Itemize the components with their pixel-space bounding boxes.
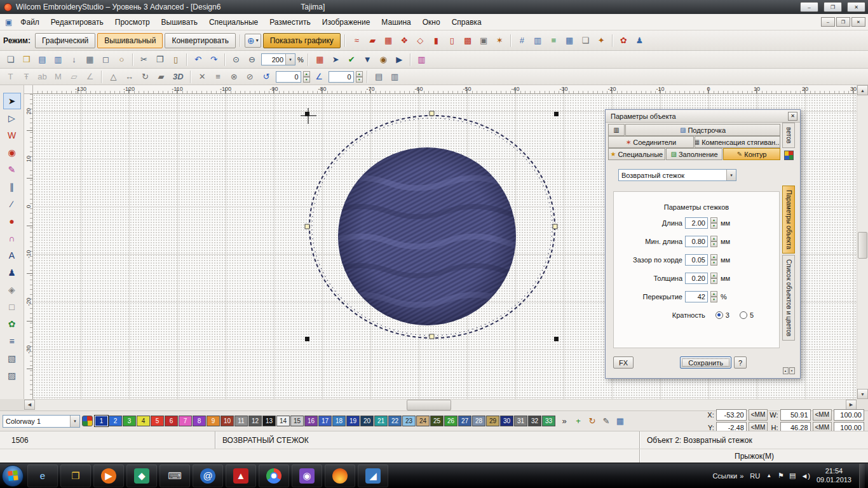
photos-icon[interactable]: ◢ bbox=[358, 464, 388, 487]
show-graphics-button[interactable]: Показать графику bbox=[263, 33, 341, 48]
spin-up-icon[interactable]: ▲ bbox=[710, 217, 717, 223]
close-button[interactable]: ✕ bbox=[847, 2, 865, 12]
redo-icon[interactable]: ↷ bbox=[207, 52, 221, 67]
palette-icon[interactable] bbox=[784, 151, 794, 160]
color-swatch[interactable]: 16 bbox=[304, 416, 318, 426]
minimize-button[interactable]: – bbox=[800, 2, 818, 12]
spin-down-icon[interactable]: ▼ bbox=[710, 223, 717, 229]
color-swatch[interactable]: 4 bbox=[137, 416, 150, 426]
show-desktop-button[interactable] bbox=[859, 464, 865, 488]
slant-angle-field[interactable]: 0 bbox=[329, 71, 354, 83]
color-swatch[interactable]: 27 bbox=[458, 416, 471, 426]
outline-shape-tool[interactable]: □ bbox=[3, 299, 21, 315]
tab-underlay-icon-only[interactable]: ▥ bbox=[608, 124, 625, 136]
stitch-player-icon[interactable]: ▶ bbox=[392, 52, 407, 67]
color-swatch[interactable]: 14 bbox=[276, 416, 290, 426]
copy-icon[interactable]: ❐ bbox=[153, 52, 167, 67]
slant-angle-stepper[interactable]: ▲ ▼ bbox=[356, 71, 363, 83]
separator[interactable] bbox=[224, 53, 226, 66]
field-stepper[interactable]: ▲ ▼ bbox=[710, 236, 717, 247]
rotate-angle-icon[interactable]: ↺ bbox=[259, 69, 274, 84]
dialog-tab[interactable]: ✎Контур bbox=[723, 148, 780, 160]
dialog-tab[interactable]: ★Специальные bbox=[608, 148, 665, 160]
radio-option[interactable]: 5 bbox=[740, 311, 754, 319]
wizard-icon[interactable]: ✦ bbox=[594, 33, 609, 48]
dialog-tab[interactable]: ▦Компенсация стягиван... bbox=[695, 136, 780, 148]
spin-up-icon[interactable]: ▲ bbox=[710, 236, 717, 241]
color-swatch[interactable]: 32 bbox=[528, 416, 541, 426]
stitch-types-tool[interactable]: ≡ bbox=[3, 333, 21, 349]
operator-icon[interactable]: ♟ bbox=[632, 33, 647, 48]
spin-down-icon[interactable]: ▼ bbox=[710, 278, 717, 284]
stitch-flower-icon[interactable]: ✿ bbox=[616, 33, 631, 48]
snap-grid-icon[interactable]: # bbox=[515, 33, 529, 48]
team-names-tool[interactable]: ♟ bbox=[3, 264, 21, 281]
color-wheel-icon[interactable] bbox=[82, 416, 93, 426]
color-swatch[interactable]: 18 bbox=[332, 416, 346, 426]
links-toolbar[interactable]: Ссылки » bbox=[712, 472, 743, 480]
color-swatch[interactable]: 21 bbox=[374, 416, 388, 426]
color-swatch[interactable]: 1 bbox=[95, 416, 108, 426]
pointer-plus-icon[interactable]: ➤ bbox=[329, 52, 343, 67]
monogram-icon[interactable]: M bbox=[51, 69, 65, 84]
dialog-tab[interactable]: ▨Заполнение bbox=[666, 148, 723, 160]
menu-item[interactable]: Редактировать bbox=[45, 15, 109, 30]
hoop-view-button[interactable]: ⊕ ▾ bbox=[245, 34, 261, 48]
overview-tool[interactable]: ▨ bbox=[3, 367, 21, 384]
scale-icon[interactable]: ▰ bbox=[154, 69, 168, 84]
radio-icon[interactable] bbox=[715, 311, 723, 319]
run-stitch-tool-icon[interactable]: ≈ bbox=[349, 33, 364, 48]
design-properties-icon[interactable]: ▦ bbox=[313, 52, 327, 67]
field-value[interactable]: 0.80 bbox=[685, 236, 708, 247]
travel-end-icon[interactable]: ▼ bbox=[360, 52, 375, 67]
stitch-edit-icon[interactable]: ≡ bbox=[211, 69, 226, 84]
windows-explorer-icon[interactable]: ❒ bbox=[60, 464, 91, 487]
stitch-type-combo[interactable]: Возвратный стежок ▾ bbox=[618, 169, 736, 181]
show-hidden-icons[interactable]: ▲ bbox=[766, 473, 771, 478]
field-stepper[interactable]: ▲ ▼ bbox=[710, 254, 717, 266]
scrollbar-thumb[interactable] bbox=[407, 400, 451, 410]
tab-object-color-list[interactable]: Список объектов и цветов bbox=[782, 255, 795, 341]
paste-icon[interactable]: ▯ bbox=[168, 52, 183, 67]
thread-chart-button[interactable]: ▦ bbox=[614, 415, 627, 428]
field-value[interactable]: 0.20 bbox=[685, 273, 708, 284]
menu-item[interactable]: Справка bbox=[446, 15, 487, 30]
lettering-tool[interactable]: W bbox=[3, 127, 21, 144]
field-value[interactable]: 2.00 bbox=[685, 217, 708, 229]
zoom-icon[interactable]: ⊙ bbox=[229, 52, 243, 67]
chevron-down-icon[interactable]: ▾ bbox=[285, 54, 295, 65]
notes-icon[interactable]: ❏ bbox=[578, 33, 593, 48]
effect-b-icon[interactable]: ⊘ bbox=[243, 69, 257, 84]
branching-tool[interactable]: ✿ bbox=[3, 316, 21, 332]
scroll-up-icon[interactable]: ▲ bbox=[857, 85, 868, 95]
language-indicator[interactable]: RU bbox=[750, 472, 760, 480]
separator[interactable] bbox=[132, 53, 133, 66]
lettering-a-tool[interactable]: A bbox=[3, 247, 21, 264]
new-icon[interactable]: ❏ bbox=[3, 52, 18, 67]
auto-digitize-icon[interactable]: ✶ bbox=[492, 33, 507, 48]
kern-icon[interactable]: ▱ bbox=[67, 69, 81, 84]
column-a-icon[interactable]: ▮ bbox=[429, 33, 444, 48]
document-icon[interactable]: ▣ bbox=[5, 18, 12, 27]
matrix-icon[interactable]: ▦ bbox=[562, 33, 577, 48]
split-view-tool[interactable]: ▧ bbox=[3, 350, 21, 367]
tab-object-properties[interactable]: Параметры объекта bbox=[782, 186, 795, 254]
menu-item[interactable]: Вышивать bbox=[156, 15, 203, 30]
radio-option[interactable]: 3 bbox=[715, 311, 729, 319]
overlap-icon[interactable]: ▥ bbox=[531, 33, 545, 48]
color-swatch[interactable]: 15 bbox=[290, 416, 304, 426]
menu-item[interactable]: Специальные bbox=[203, 15, 264, 30]
save-icon[interactable]: ▤ bbox=[35, 52, 50, 67]
color-swatch[interactable]: 17 bbox=[318, 416, 332, 426]
separator[interactable] bbox=[510, 34, 512, 47]
rotate-angle-stepper[interactable]: ▲ ▼ bbox=[303, 71, 310, 83]
separator[interactable] bbox=[612, 34, 613, 47]
volume-icon[interactable]: ◄) bbox=[801, 472, 810, 480]
lettering-ab-icon[interactable]: ab bbox=[35, 69, 50, 84]
ellipse-tool[interactable]: ● bbox=[3, 213, 21, 229]
flag-icon[interactable]: ⚑ bbox=[778, 471, 784, 480]
purple-app-icon[interactable]: ◉ bbox=[292, 464, 322, 487]
color-swatch[interactable]: 8 bbox=[193, 416, 206, 426]
run-tool[interactable]: ∕ bbox=[3, 196, 21, 212]
parallel-tool[interactable]: ∥ bbox=[3, 179, 21, 195]
